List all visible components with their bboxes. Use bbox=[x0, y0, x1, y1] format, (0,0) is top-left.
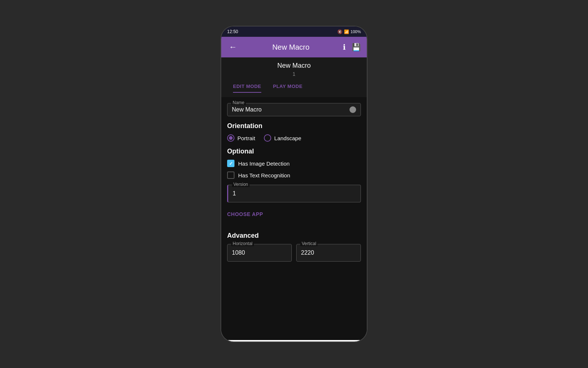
landscape-radio[interactable] bbox=[264, 134, 271, 142]
horizontal-field-container: Horizontal bbox=[227, 244, 292, 262]
status-left: 12:50 bbox=[227, 29, 238, 34]
has-image-detection-option[interactable]: ✓ Has Image Detection bbox=[227, 160, 361, 167]
name-field-container: Name New Macro bbox=[227, 103, 361, 116]
choose-app-button[interactable]: CHOOSE APP bbox=[227, 208, 263, 220]
portrait-option[interactable]: Portrait bbox=[227, 134, 255, 142]
mute-icon: 🔇 bbox=[337, 29, 343, 34]
optional-checkboxes: ✓ Has Image Detection Has Text Recogniti… bbox=[227, 160, 361, 179]
landscape-option[interactable]: Landscape bbox=[264, 134, 301, 142]
checkmark-icon: ✓ bbox=[229, 161, 233, 166]
version-field-label: Version bbox=[232, 182, 250, 187]
optional-title: Optional bbox=[227, 148, 361, 155]
has-image-detection-checkbox[interactable]: ✓ bbox=[227, 160, 234, 167]
name-field-label: Name bbox=[231, 100, 246, 105]
landscape-label: Landscape bbox=[274, 135, 301, 141]
portrait-radio[interactable] bbox=[227, 134, 234, 142]
has-text-recognition-option[interactable]: Has Text Recognition bbox=[227, 171, 361, 179]
horizontal-input[interactable] bbox=[227, 244, 291, 261]
orientation-title: Orientation bbox=[227, 122, 361, 130]
tab-edit-mode[interactable]: EDIT MODE bbox=[233, 84, 261, 93]
horizontal-field-label: Horizontal bbox=[231, 241, 254, 246]
has-text-recognition-checkbox[interactable] bbox=[227, 171, 234, 179]
vertical-field-container: Vertical bbox=[296, 244, 361, 262]
wifi-icon: 📶 bbox=[344, 29, 349, 34]
version-input[interactable] bbox=[228, 185, 361, 202]
phone-container: 12:50 🔇 📶 100% ← New Macro ℹ 💾 New Macro… bbox=[220, 26, 368, 342]
vertical-input[interactable] bbox=[297, 244, 361, 261]
orientation-radio-group: Portrait Landscape bbox=[227, 134, 361, 142]
battery-label: 100% bbox=[351, 29, 361, 34]
portrait-label: Portrait bbox=[237, 135, 255, 141]
macro-number: 1 bbox=[227, 71, 361, 77]
back-button[interactable]: ← bbox=[227, 42, 239, 52]
advanced-fields: Horizontal Vertical bbox=[227, 244, 361, 268]
name-field-value[interactable]: New Macro bbox=[232, 106, 347, 113]
name-field-row: New Macro bbox=[227, 103, 361, 116]
has-text-recognition-label: Has Text Recognition bbox=[238, 172, 290, 178]
advanced-title: Advanced bbox=[227, 232, 361, 240]
tab-play-mode[interactable]: PLAY MODE bbox=[273, 84, 302, 93]
content-area: Name New Macro Orientation Portrait Land… bbox=[221, 97, 367, 340]
status-bar: 12:50 🔇 📶 100% bbox=[221, 26, 367, 37]
info-button[interactable]: ℹ bbox=[343, 43, 346, 52]
app-bar-title: New Macro bbox=[243, 43, 338, 52]
time: 12:50 bbox=[227, 29, 238, 34]
nav-bar: ‹ ⦿ bbox=[221, 340, 367, 342]
save-button[interactable]: 💾 bbox=[352, 43, 361, 52]
tabs-container: EDIT MODE PLAY MODE bbox=[227, 81, 361, 93]
app-bar-actions: ℹ 💾 bbox=[343, 43, 361, 52]
has-image-detection-label: Has Image Detection bbox=[238, 160, 290, 167]
macro-header: New Macro 1 EDIT MODE PLAY MODE bbox=[221, 57, 367, 97]
status-right: 🔇 📶 100% bbox=[337, 29, 361, 34]
app-bar: ← New Macro ℹ 💾 bbox=[221, 37, 367, 57]
macro-header-title: New Macro bbox=[227, 62, 361, 70]
vertical-field-label: Vertical bbox=[300, 241, 318, 246]
version-field-container: Version bbox=[227, 185, 361, 202]
cursor-indicator bbox=[349, 106, 356, 113]
